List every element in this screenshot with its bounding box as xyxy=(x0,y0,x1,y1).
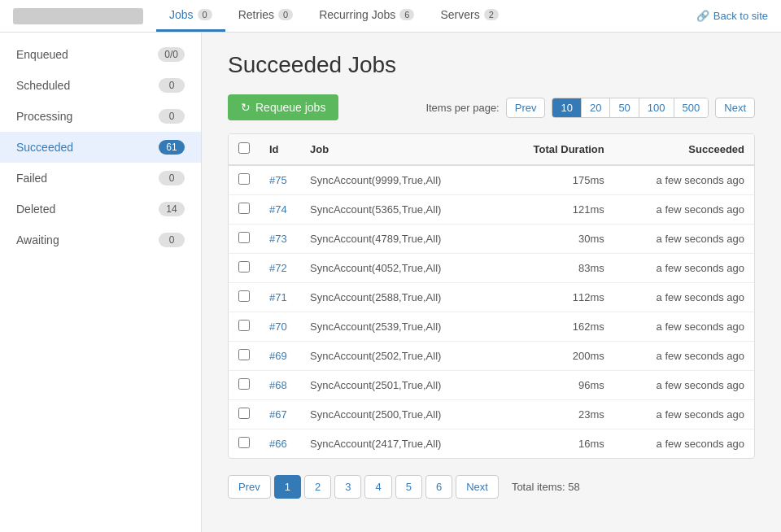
back-to-site-link[interactable]: 🔗 Back to site xyxy=(696,10,768,22)
row-succeeded-0: a few seconds ago xyxy=(614,165,754,195)
page-title: Succeeded Jobs xyxy=(228,52,755,78)
select-all-checkbox[interactable] xyxy=(238,142,250,154)
row-succeeded-9: a few seconds ago xyxy=(614,430,754,459)
tab-retries[interactable]: Retries 0 xyxy=(225,0,306,32)
row-succeeded-1: a few seconds ago xyxy=(614,195,754,225)
back-to-site-label: Back to site xyxy=(713,10,768,22)
table-header-row: Id Job Total Duration Succeeded xyxy=(229,134,754,165)
row-job-9: SyncAccount(2417,True,All) xyxy=(300,430,496,459)
sidebar-awaiting-badge: 0 xyxy=(159,233,185,247)
sidebar-item-failed[interactable]: Failed 0 xyxy=(0,163,201,194)
page-3-button[interactable]: 3 xyxy=(334,475,361,499)
tab-jobs[interactable]: Jobs 0 xyxy=(156,0,225,32)
sidebar-scheduled-badge: 0 xyxy=(159,78,185,93)
row-job-2: SyncAccount(4789,True,All) xyxy=(300,225,496,254)
job-id-link-9[interactable]: #66 xyxy=(269,438,287,450)
sidebar-item-processing[interactable]: Processing 0 xyxy=(0,101,201,132)
row-succeeded-8: a few seconds ago xyxy=(614,400,754,430)
main-content: Succeeded Jobs Requeue jobs Items per pa… xyxy=(202,33,781,532)
sidebar: Enqueued 0/0 Scheduled 0 Processing 0 Su… xyxy=(0,33,202,532)
row-id-2: #73 xyxy=(260,225,300,254)
job-id-link-6[interactable]: #69 xyxy=(269,350,287,362)
sidebar-item-deleted[interactable]: Deleted 14 xyxy=(0,194,201,225)
row-succeeded-4: a few seconds ago xyxy=(614,283,754,312)
prev-button[interactable]: Prev xyxy=(228,475,271,499)
page-4-button[interactable]: 4 xyxy=(364,475,391,499)
per-page-50[interactable]: 50 xyxy=(610,98,639,117)
row-checkbox-6[interactable] xyxy=(238,349,250,360)
page-6-button[interactable]: 6 xyxy=(425,475,452,499)
sidebar-deleted-badge: 14 xyxy=(159,202,185,216)
prev-top-button[interactable]: Prev xyxy=(506,98,546,118)
row-job-4: SyncAccount(2588,True,All) xyxy=(300,283,496,312)
row-id-6: #69 xyxy=(260,342,300,371)
requeue-button[interactable]: Requeue jobs xyxy=(228,94,338,120)
sidebar-succeeded-badge: 61 xyxy=(159,140,185,155)
sidebar-processing-label: Processing xyxy=(16,110,72,123)
tab-recurring-label: Recurring Jobs xyxy=(319,8,395,21)
per-page-10[interactable]: 10 xyxy=(552,98,581,117)
toolbar: Requeue jobs Items per page: Prev 10 20 … xyxy=(228,94,755,120)
job-id-link-4[interactable]: #71 xyxy=(269,291,287,303)
row-id-0: #75 xyxy=(260,165,300,195)
job-id-link-7[interactable]: #68 xyxy=(269,379,287,391)
row-duration-9: 16ms xyxy=(496,430,614,459)
col-checkbox xyxy=(229,134,260,165)
row-duration-5: 162ms xyxy=(496,312,614,342)
row-checkbox-cell xyxy=(229,342,260,371)
sidebar-item-succeeded[interactable]: Succeeded 61 xyxy=(0,132,201,163)
tab-jobs-badge: 0 xyxy=(198,9,212,20)
sidebar-item-enqueued[interactable]: Enqueued 0/0 xyxy=(0,39,201,70)
jobs-table: Id Job Total Duration Succeeded #75 Sync… xyxy=(229,134,754,458)
sidebar-failed-badge: 0 xyxy=(159,171,185,185)
col-succeeded: Succeeded xyxy=(614,134,754,165)
job-id-link-0[interactable]: #75 xyxy=(269,174,287,186)
items-per-page-control: Items per page: Prev 10 20 50 100 500 Ne… xyxy=(425,98,755,118)
pagination: Prev 1 2 3 4 5 6 Next Total items: 58 xyxy=(228,475,755,499)
job-id-link-1[interactable]: #74 xyxy=(269,203,287,216)
row-checkbox-1[interactable] xyxy=(238,203,250,214)
row-checkbox-0[interactable] xyxy=(238,173,250,185)
row-checkbox-8[interactable] xyxy=(238,408,250,419)
row-succeeded-7: a few seconds ago xyxy=(614,371,754,400)
row-succeeded-5: a few seconds ago xyxy=(614,312,754,342)
back-icon: 🔗 xyxy=(696,10,709,22)
per-page-20[interactable]: 20 xyxy=(582,98,610,117)
sidebar-item-scheduled[interactable]: Scheduled 0 xyxy=(0,70,201,101)
row-checkbox-5[interactable] xyxy=(238,320,250,331)
per-page-100[interactable]: 100 xyxy=(639,98,674,117)
row-checkbox-cell xyxy=(229,430,260,459)
tab-recurring[interactable]: Recurring Jobs 6 xyxy=(306,0,427,32)
row-duration-3: 83ms xyxy=(496,254,614,283)
row-job-1: SyncAccount(5365,True,All) xyxy=(300,195,496,225)
row-checkbox-7[interactable] xyxy=(238,378,250,390)
row-checkbox-4[interactable] xyxy=(238,290,250,302)
tab-servers[interactable]: Servers 2 xyxy=(427,0,511,32)
per-page-500[interactable]: 500 xyxy=(674,98,709,117)
tab-retries-badge: 0 xyxy=(278,9,293,20)
row-checkbox-2[interactable] xyxy=(238,232,250,243)
next-button[interactable]: Next xyxy=(456,475,499,499)
page-5-button[interactable]: 5 xyxy=(395,475,422,499)
tab-recurring-badge: 6 xyxy=(399,9,414,20)
row-checkbox-3[interactable] xyxy=(238,261,250,273)
sidebar-processing-badge: 0 xyxy=(159,109,185,124)
row-checkbox-cell xyxy=(229,165,260,195)
row-checkbox-9[interactable] xyxy=(238,437,250,448)
job-id-link-2[interactable]: #73 xyxy=(269,233,287,245)
sidebar-enqueued-badge: 0/0 xyxy=(158,47,185,62)
job-id-link-5[interactable]: #70 xyxy=(269,321,287,333)
sidebar-item-awaiting[interactable]: Awaiting 0 xyxy=(0,225,201,255)
row-job-6: SyncAccount(2502,True,All) xyxy=(300,342,496,371)
table-row: #68 SyncAccount(2501,True,All) 96ms a fe… xyxy=(229,371,754,400)
job-id-link-8[interactable]: #67 xyxy=(269,408,287,421)
job-id-link-3[interactable]: #72 xyxy=(269,262,287,274)
requeue-label: Requeue jobs xyxy=(255,101,325,114)
row-job-3: SyncAccount(4052,True,All) xyxy=(300,254,496,283)
row-checkbox-cell xyxy=(229,371,260,400)
page-2-button[interactable]: 2 xyxy=(304,475,331,499)
row-checkbox-cell xyxy=(229,225,260,254)
row-id-1: #74 xyxy=(260,195,300,225)
page-1-button[interactable]: 1 xyxy=(274,475,301,499)
next-top-button[interactable]: Next xyxy=(715,98,755,118)
